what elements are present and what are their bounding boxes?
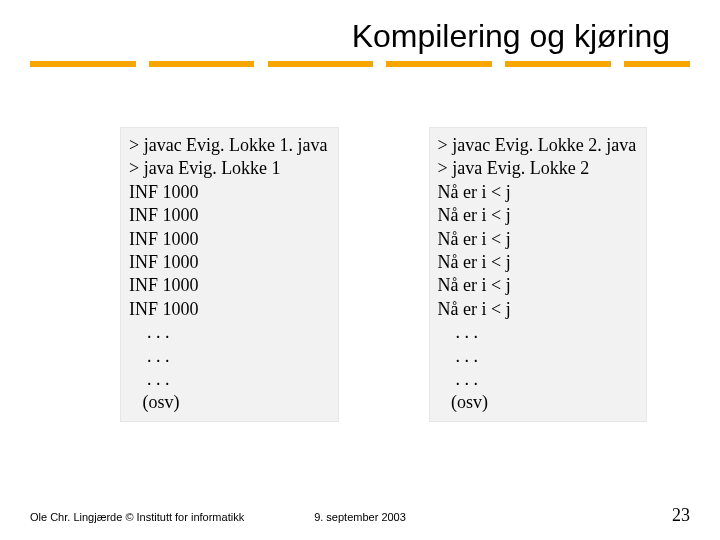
code-line: INF 1000 xyxy=(129,251,328,274)
slide-title: Kompilering og kjøring xyxy=(0,18,720,55)
code-line: Nå er i < j xyxy=(438,274,637,297)
left-code-box: > javac Evig. Lokke 1. java> java Evig. … xyxy=(120,127,339,422)
code-line: . . . xyxy=(438,321,637,344)
code-line: > java Evig. Lokke 1 xyxy=(129,157,328,180)
code-line: . . . xyxy=(129,345,328,368)
slide-footer: Ole Chr. Lingjærde © Institutt for infor… xyxy=(30,505,690,526)
code-line: INF 1000 xyxy=(129,298,328,321)
footer-author: Ole Chr. Lingjærde © Institutt for infor… xyxy=(30,511,250,523)
code-line: > javac Evig. Lokke 2. java xyxy=(438,134,637,157)
code-line: Nå er i < j xyxy=(438,204,637,227)
code-line: Nå er i < j xyxy=(438,298,637,321)
right-code-box: > javac Evig. Lokke 2. java> java Evig. … xyxy=(429,127,648,422)
footer-page-number: 23 xyxy=(470,505,690,526)
slide-content: > javac Evig. Lokke 1. java> java Evig. … xyxy=(120,127,720,422)
code-line: > java Evig. Lokke 2 xyxy=(438,157,637,180)
code-line: Nå er i < j xyxy=(438,251,637,274)
code-line: > javac Evig. Lokke 1. java xyxy=(129,134,328,157)
code-line: INF 1000 xyxy=(129,228,328,251)
code-line: . . . xyxy=(438,345,637,368)
divider-rule xyxy=(30,61,690,67)
code-line: INF 1000 xyxy=(129,274,328,297)
code-line: INF 1000 xyxy=(129,181,328,204)
code-line: . . . xyxy=(129,368,328,391)
footer-date: 9. september 2003 xyxy=(250,511,470,523)
code-line: INF 1000 xyxy=(129,204,328,227)
code-line: . . . xyxy=(129,321,328,344)
code-line: Nå er i < j xyxy=(438,228,637,251)
code-line: (osv) xyxy=(129,391,328,414)
code-line: Nå er i < j xyxy=(438,181,637,204)
code-line: (osv) xyxy=(438,391,637,414)
code-line: . . . xyxy=(438,368,637,391)
